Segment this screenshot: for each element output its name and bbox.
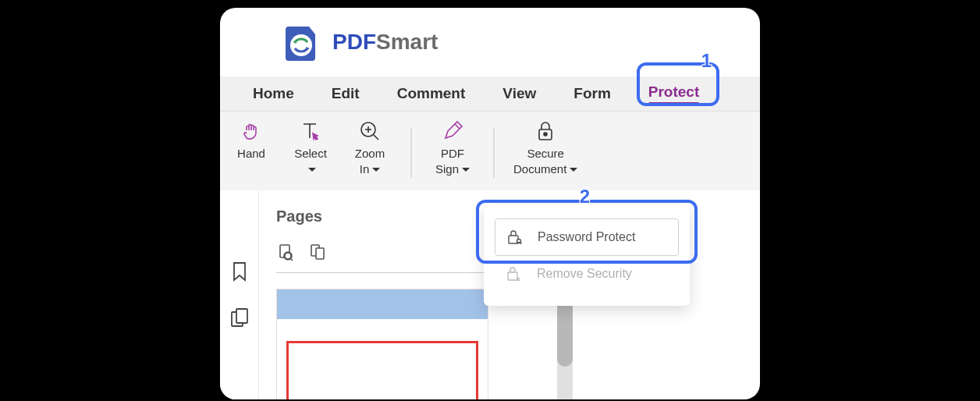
pages-panel-title: Pages [276,208,492,225]
thumbnail-selection-outline [286,341,478,399]
tool-hand-label: Hand [237,146,265,161]
pages-icon[interactable] [229,307,250,329]
chevron-down-icon [308,168,316,172]
svg-rect-13 [508,272,517,280]
app-logo-text: PDFSmart [332,30,438,55]
chevron-down-icon [462,168,470,172]
tool-select[interactable]: Select [289,118,332,176]
chevron-down-icon [372,168,380,172]
menu-edit[interactable]: Edit [313,79,378,108]
menu-home[interactable]: Home [234,79,313,108]
tool-zoom-in[interactable]: ZoomIn [348,118,392,176]
app-logo-icon [281,22,321,62]
svg-rect-10 [316,248,324,259]
lock-remove-icon [506,265,523,282]
pages-panel-actions [276,243,492,261]
page-thumbnail[interactable] [276,289,488,399]
menu-form[interactable]: Form [555,79,630,108]
dropdown-remove-security[interactable]: Remove Security [495,256,679,292]
panel-divider [276,272,492,273]
toolbar-divider [410,128,412,178]
tool-pdf-sign[interactable]: PDFSign [431,118,474,176]
chevron-down-icon [570,168,577,172]
dropdown-password-protect-label: Password Protect [538,230,635,244]
svg-rect-5 [236,309,247,323]
app-window: PDFSmart Home Edit Comment View Form Pro… [220,8,760,399]
dropdown-password-protect[interactable]: Password Protect [495,218,679,256]
svg-point-3 [544,133,547,136]
svg-point-0 [290,34,312,56]
page-action-2-icon[interactable] [309,243,328,261]
tool-select-label: Select [294,146,327,176]
secure-document-dropdown: Password Protect Remove Security [484,204,690,306]
menu-bar: Home Edit Comment View Form Protect 1 [220,76,760,111]
lock-person-icon [506,229,524,246]
menu-comment[interactable]: Comment [378,79,485,108]
page-action-1-icon[interactable] [276,243,295,261]
ribbon-toolbar: Hand Select ZoomIn [220,111,760,190]
tool-secure-document-label: SecureDocument [513,146,577,176]
side-rail [220,190,259,399]
brand-bold: PDF [332,30,376,54]
zoom-in-icon [357,118,383,144]
tool-zoom-in-label: ZoomIn [355,146,385,176]
tool-secure-document[interactable]: SecureDocument [513,118,577,176]
page-thumbnail-area [276,289,492,399]
brand-light: Smart [376,30,438,54]
hand-icon [238,118,265,144]
lock-icon [532,118,559,144]
bookmark-icon[interactable] [229,261,250,282]
dropdown-remove-security-label: Remove Security [537,267,632,281]
select-icon [297,118,324,144]
tool-pdf-sign-label: PDFSign [435,146,470,176]
menu-protect[interactable]: Protect [630,77,718,111]
app-header: PDFSmart [220,8,760,76]
menu-view[interactable]: View [484,79,555,108]
pencil-icon [439,118,466,144]
tool-hand[interactable]: Hand [229,118,273,161]
thumbnail-header-bar [277,289,488,319]
toolbar-divider [493,128,495,178]
pages-panel: Pages [259,190,509,399]
